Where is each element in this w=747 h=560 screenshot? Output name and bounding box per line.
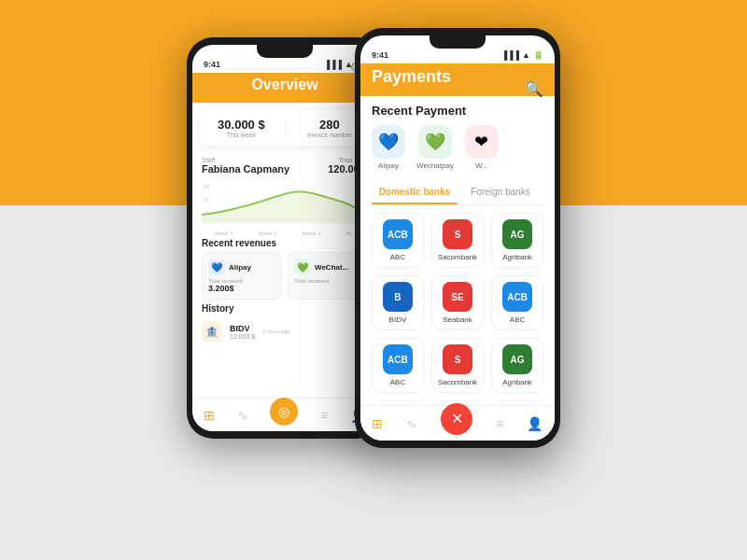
bank-name-5: ABC [510, 315, 525, 324]
stat-weekly-label: This week [218, 132, 265, 138]
chart-week-3: Week 3 [302, 231, 320, 236]
chart-labels: Week 1 Week 2 Week 3 W... [202, 229, 368, 238]
phones-container: 9:41 ▐▐▐ ▲ 🔋 Overview 🔍 30.000 $ This we… [0, 28, 747, 448]
wechat-method-label: Wechatpay [416, 161, 454, 170]
wechat-method-icon: 💚 [418, 125, 452, 159]
chart-area: 60 30 10 Week 1 Week 2 Week 3 W... [202, 178, 368, 234]
bank-item-2[interactable]: AGAgribank [491, 213, 543, 268]
stat-weekly-value: 30.000 $ [218, 118, 265, 132]
other-method-icon: ❤ [465, 125, 499, 159]
front-nav-person[interactable]: 👤 [527, 416, 543, 431]
alipay-amount: 3.200$ [208, 284, 275, 293]
svg-text:10: 10 [204, 210, 209, 216]
payments-search-icon[interactable]: 🔍 [525, 80, 543, 98]
bank-item-5[interactable]: ACBABC [491, 275, 543, 330]
tab-domestic[interactable]: Domestic banks [372, 181, 458, 204]
alipay-method[interactable]: 💙 Alipay [372, 125, 405, 170]
history-item-bidv[interactable]: 🏦 BIDV 12.000 $ 3 days ago [192, 317, 377, 345]
bank-name-3: BIDV [389, 315, 407, 324]
overview-screen: 9:41 ▐▐▐ ▲ 🔋 Overview 🔍 30.000 $ This we… [192, 45, 377, 431]
bank-name-0: ABC [390, 253, 405, 261]
stat-invoice-label: Invoice number [307, 132, 352, 138]
bank-item-7[interactable]: SSacombank [431, 338, 484, 393]
other-method[interactable]: ❤ W... [465, 125, 499, 170]
svg-text:30: 30 [204, 197, 209, 203]
bank-name-8: Agribank [502, 378, 532, 386]
bank-item-6[interactable]: ACBABC [372, 338, 424, 393]
overview-staff: Staff Fabiana Capmany Total Re... 120.00… [192, 153, 377, 178]
recent-payment-title: Recent Payment [372, 104, 543, 118]
front-nav-sliders[interactable]: ≡ [496, 416, 503, 431]
nav-camera[interactable]: ◎ [270, 398, 298, 426]
nav-chart[interactable]: ∿ [237, 408, 248, 423]
overview-chart: 60 30 10 [202, 178, 368, 225]
bank-item-8[interactable]: AGAgribank [491, 338, 543, 393]
overview-header: Overview 🔍 [192, 73, 377, 103]
bidv-amount: 12.000 $ [230, 333, 255, 340]
revenue-cards: 💙 Alipay Total received 3.200$ 💚 WeChat.… [192, 252, 377, 300]
status-icons-front: ▐▐▐ ▲ 🔋 [501, 50, 543, 60]
alipay-icon: 💙 [208, 259, 225, 275]
other-method-label: W... [475, 161, 488, 170]
svg-text:60: 60 [204, 184, 209, 189]
alipay-name: Alipay [229, 263, 251, 272]
bottom-nav-back: ⊞ ∿ ◎ ≡ 👤 [192, 398, 377, 431]
bank-logo-8: AG [502, 344, 532, 374]
bank-item-1[interactable]: SSacombank [431, 213, 484, 268]
payments-title: Payments [372, 67, 543, 87]
alipay-method-icon: 💙 [372, 125, 405, 159]
tab-foreign[interactable]: Foreign banks [458, 181, 543, 204]
bank-name-4: Seabank [443, 315, 472, 324]
recent-payment-section: Recent Payment 💙 Alipay 💚 Wechatpay ❤ W.… [360, 96, 555, 181]
bank-logo-2: AG [502, 219, 532, 249]
bank-name-2: Agribank [502, 253, 532, 261]
nav-sliders[interactable]: ≡ [320, 408, 328, 423]
bank-logo-7: S [443, 344, 472, 374]
bank-logo-0: ACB [383, 219, 413, 249]
wechat-sublabel: Total received [294, 278, 361, 284]
bank-logo-4: SE [443, 282, 472, 312]
bank-tabs: Domestic banks Foreign banks [372, 181, 543, 205]
bank-logo-1: S [443, 219, 472, 249]
wechat-icon: 💚 [294, 259, 311, 275]
staff-name: Fabiana Capmany [202, 163, 289, 175]
nav-grid[interactable]: ⊞ [204, 408, 215, 423]
bank-item-4[interactable]: SESeabank [431, 275, 484, 330]
overview-phone: 9:41 ▐▐▐ ▲ 🔋 Overview 🔍 30.000 $ This we… [187, 37, 383, 439]
bank-name-7: Sacombank [438, 378, 477, 386]
staff-label: Staff [202, 157, 289, 163]
notch-front [430, 35, 486, 49]
history-title: History [192, 300, 377, 317]
front-nav-close[interactable]: ✕ [441, 403, 472, 435]
alipay-method-label: Alipay [378, 161, 399, 170]
bank-name-1: Sacombank [438, 253, 477, 261]
alipay-card[interactable]: 💙 Alipay Total received 3.200$ [202, 252, 282, 300]
payments-screen: 9:41 ▐▐▐ ▲ 🔋 Payments 🔍 Recent Payment 💙 [360, 35, 555, 441]
stat-weekly: 30.000 $ This week [218, 118, 265, 138]
chart-week-1: Week 1 [214, 231, 233, 236]
front-nav-grid[interactable]: ⊞ [372, 416, 383, 431]
bidv-name: BIDV [230, 324, 255, 333]
front-nav-chart[interactable]: ∿ [406, 416, 417, 431]
bank-item-0[interactable]: ACBABC [372, 213, 424, 268]
payments-header: Payments 🔍 [360, 63, 555, 96]
stat-invoice-value: 280 [307, 118, 352, 132]
payments-phone: 9:41 ▐▐▐ ▲ 🔋 Payments 🔍 Recent Payment 💙 [355, 28, 560, 448]
stat-divider [286, 118, 287, 138]
stat-invoice: 280 Invoice number [307, 118, 352, 138]
overview-stats: 30.000 $ This week 280 Invoice number [200, 110, 370, 146]
chart-week-2: Week 2 [258, 231, 276, 236]
bank-logo-3: B [383, 282, 413, 312]
bidv-date: 3 days ago [262, 329, 289, 334]
wechat-name: WeChat... [315, 263, 348, 272]
wechat-method[interactable]: 💚 Wechatpay [416, 125, 454, 170]
bank-item-3[interactable]: BBIDV [372, 275, 424, 330]
bidv-icon: 🏦 [202, 321, 222, 342]
bottom-nav-front: ⊞ ∿ ✕ ≡ 👤 [360, 405, 555, 441]
bank-logo-6: ACB [383, 344, 413, 374]
time-back: 9:41 [204, 60, 220, 69]
overview-title: Overview [204, 77, 366, 93]
time-front: 9:41 [372, 50, 388, 60]
bank-name-6: ABC [390, 378, 405, 386]
notch-back [257, 45, 313, 58]
